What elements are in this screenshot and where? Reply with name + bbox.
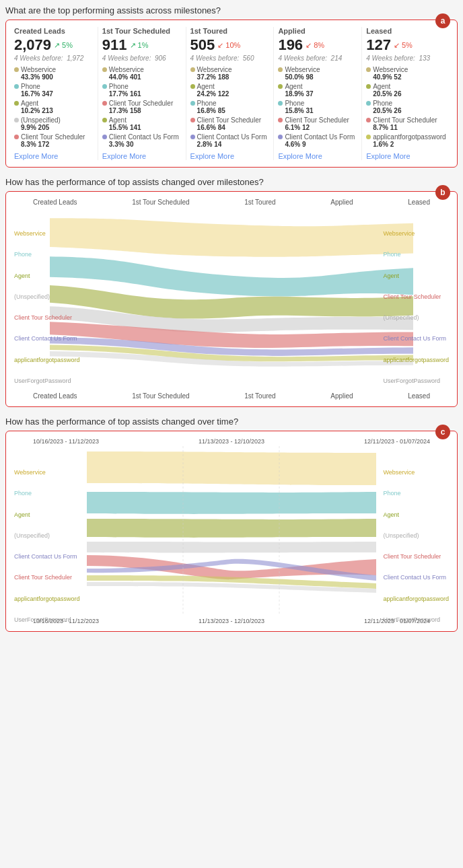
assist-dot (366, 135, 371, 139)
explore-link[interactable]: Explore More (14, 152, 94, 160)
sankey-col-label: Applied (330, 198, 353, 206)
time-right-labels: WebservicePhoneAgent(Unspecified)Client … (383, 462, 449, 630)
assist-name: Phone (373, 100, 401, 107)
assist-dot (14, 135, 19, 139)
assist-item: Webservice 37.2% 188 (190, 66, 270, 81)
assist-dot (366, 101, 371, 106)
assist-pct-count: 44.0% 401 (109, 73, 144, 81)
assist-dot (14, 67, 19, 72)
assist-item: Webservice 43.3% 900 (14, 66, 94, 81)
assist-pct-count: 16.7% 347 (21, 90, 53, 98)
assist-name: Webservice (109, 66, 144, 73)
assist-item: Client Contact Us Form 4.6% 9 (278, 133, 357, 148)
assist-dot (14, 118, 19, 122)
milestone-col-created-leads: Created Leads 2,079 ↗ 5% 4 Weeks before:… (13, 27, 98, 160)
assist-item: Phone 17.7% 161 (102, 83, 182, 98)
metric-row: 127 ↙ 5% (366, 36, 446, 54)
milestone-header: 1st Toured (190, 27, 270, 35)
milestone-change: ↗ 5% (54, 41, 73, 50)
sankey-left-label: (Unspecified) (14, 293, 80, 301)
milestone-value: 196 (278, 36, 303, 54)
sankey-left-label: Webservice (14, 230, 80, 238)
sankey-left-label: UserForgotPassword (14, 377, 80, 385)
time-top-labels: 10/16/2023 - 11/12/202311/13/2023 - 12/1… (13, 438, 450, 445)
sankey-left-label: Phone (14, 251, 80, 258)
time-left-label: applicantforgotpassword (14, 595, 80, 603)
milestone-col-leased: Leased 127 ↙ 5% 4 Weeks before: 133 Webs… (365, 27, 450, 160)
time-left-labels: WebservicePhoneAgent(Unspecified)Client … (14, 462, 80, 630)
assist-dot (190, 135, 195, 139)
time-left-label: Client Tour Scheduler (14, 574, 80, 581)
milestone-value: 2,079 (14, 36, 51, 54)
assist-name: Phone (197, 100, 225, 107)
section-a-title: What are the top performing assists acro… (5, 5, 458, 15)
assist-pct-count: 18.9% 37 (285, 90, 313, 98)
sankey-col-label-bottom: 1st Tour Scheduled (132, 392, 189, 400)
sankey-top-labels: Created Leads1st Tour Scheduled1st Toure… (13, 198, 450, 206)
time-right-label: Phone (383, 490, 449, 497)
metric-row: 505 ↙ 10% (190, 36, 270, 54)
assist-item: Client Tour Scheduler 8.7% 11 (366, 116, 446, 131)
assist-name: applicantforgotpassword (373, 133, 446, 141)
assist-pct-count: 37.2% 188 (197, 73, 232, 81)
time-date-label: 12/11/2023 - 01/07/2024 (364, 438, 430, 445)
assist-dot (102, 135, 107, 139)
assist-item: Phone 15.8% 31 (278, 100, 357, 114)
assist-item: Client Tour Scheduler 6.1% 12 (278, 116, 357, 131)
milestone-change: ↗ 1% (130, 41, 149, 50)
milestones-grid: Created Leads 2,079 ↗ 5% 4 Weeks before:… (13, 27, 450, 160)
assist-name: Client Tour Scheduler (21, 133, 85, 141)
sankey-right-label: UserForgotPassword (383, 377, 449, 385)
sankey-right-label: (Unspecified) (383, 314, 449, 322)
card-a: a Created Leads 2,079 ↗ 5% 4 Weeks befor… (5, 20, 458, 168)
time-right-label: Webservice (383, 469, 449, 476)
assist-pct-count: 40.9% 52 (373, 73, 408, 81)
milestone-header: Applied (278, 27, 357, 35)
time-right-label: (Unspecified) (383, 532, 449, 540)
assist-pct-count: 17.7% 161 (109, 90, 141, 98)
badge-b: b (435, 185, 450, 200)
time-right-label: applicantforgotpassword (383, 595, 449, 603)
sankey-left-label: Client Contact Us Form (14, 335, 80, 342)
weeks-before: 4 Weeks before: 214 (278, 55, 357, 62)
assist-name: Agent (285, 83, 313, 90)
milestone-change: ↙ 10% (217, 41, 240, 50)
assist-dot (366, 84, 371, 89)
assist-list: Webservice 40.9% 52 Agent 20.5% 26 Phone… (366, 66, 446, 148)
time-chart (67, 446, 396, 614)
explore-link[interactable]: Explore More (366, 152, 446, 160)
assist-dot (190, 67, 195, 72)
sankey-left-label: Client Tour Scheduler (14, 314, 80, 322)
assist-item: Client Tour Scheduler 17.3% 158 (102, 100, 182, 114)
assist-item: Phone 16.8% 85 (190, 100, 270, 114)
assist-dot (190, 101, 195, 106)
assist-name: Agent (373, 83, 401, 90)
explore-link[interactable]: Explore More (278, 152, 357, 160)
sankey-col-label-bottom: Applied (330, 392, 353, 400)
explore-link[interactable]: Explore More (190, 152, 270, 160)
weeks-before: 4 Weeks before: 906 (102, 55, 182, 62)
sankey-right-label: applicantforgotpassword (383, 357, 449, 364)
assist-pct-count: 17.3% 158 (109, 107, 173, 114)
assist-name: Phone (21, 83, 53, 90)
assist-dot (190, 84, 195, 89)
assist-pct-count: 2.8% 14 (197, 141, 267, 148)
assist-dot (102, 84, 107, 89)
milestone-value: 911 (102, 36, 127, 54)
assist-item: Webservice 44.0% 401 (102, 66, 182, 81)
time-left-label: Agent (14, 511, 80, 519)
assist-name: Webservice (373, 66, 408, 73)
assist-item: (Unspecified) 9.9% 205 (14, 116, 94, 131)
assist-item: Client Tour Scheduler 16.6% 84 (190, 116, 270, 131)
assist-name: Agent (197, 83, 229, 90)
assist-dot (278, 118, 283, 122)
assist-name: Agent (21, 100, 53, 107)
milestone-change: ↙ 5% (394, 41, 413, 50)
time-left-label: Phone (14, 490, 80, 497)
assist-item: Agent 24.2% 122 (190, 83, 270, 98)
page: What are the top performing assists acro… (0, 0, 463, 647)
explore-link[interactable]: Explore More (102, 152, 182, 160)
assist-name: Webservice (21, 66, 56, 73)
milestone-header: Created Leads (14, 27, 94, 35)
assist-list: Webservice 44.0% 401 Phone 17.7% 161 Cli… (102, 66, 182, 148)
